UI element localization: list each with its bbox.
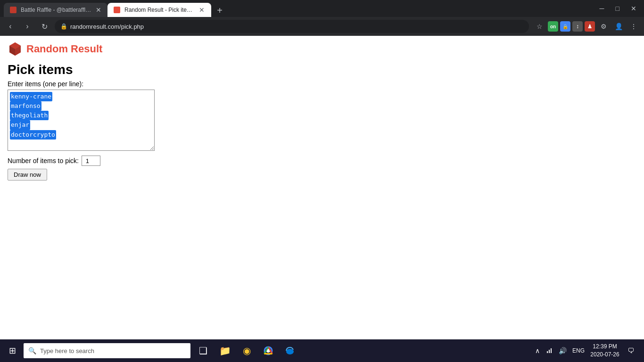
- taskbar-center-icons: ❑ 📁 ◉: [193, 341, 300, 361]
- lock-icon: 🔒: [60, 23, 67, 30]
- browser-window: Battle Raffle - @battleraffle | Pe… ✕ Ra…: [0, 0, 644, 362]
- search-placeholder-text: Type here to search: [40, 347, 94, 354]
- ext-chess-icon[interactable]: ♟: [585, 21, 595, 32]
- tabs-area: Battle Raffle - @battleraffle | Pe… ✕ Ra…: [4, 0, 592, 17]
- tray-date: 2020-07-26: [590, 351, 619, 359]
- page-content: Random Result Pick items Enter items (on…: [0, 36, 644, 339]
- notification-button[interactable]: 🗨: [623, 341, 638, 361]
- back-button[interactable]: ‹: [4, 20, 17, 33]
- tray-time[interactable]: 12:39 PM 2020-07-26: [588, 343, 621, 359]
- ext-arrow-icon[interactable]: ↕: [572, 21, 583, 32]
- ext-grammarly-icon[interactable]: on: [548, 21, 558, 32]
- tab-battleraffle[interactable]: Battle Raffle - @battleraffle | Pe… ✕: [4, 3, 107, 17]
- start-icon: ⊞: [9, 346, 16, 356]
- app1-button[interactable]: ◉: [237, 341, 256, 361]
- number-input[interactable]: [82, 156, 100, 166]
- tray-chevron-icon[interactable]: ∧: [533, 345, 542, 356]
- item-enjar: enjar: [10, 120, 30, 130]
- task-view-button[interactable]: ❑: [193, 341, 213, 361]
- svg-rect-8: [549, 350, 550, 353]
- tab-randomresult[interactable]: Random Result - Pick items ✕: [107, 3, 211, 17]
- menu-icon[interactable]: ⋮: [627, 20, 640, 33]
- item-kenny-crane: kenny-crane: [10, 92, 52, 101]
- tab-favicon-rr: [113, 6, 121, 14]
- toolbar-icons: ☆ on 🔒 ↕ ♟ ⚙ 👤 ⋮: [533, 20, 640, 33]
- window-controls: ─ □ ✕: [596, 3, 640, 14]
- item-thegoliath: thegoliath: [10, 111, 49, 120]
- tray-clock: 12:39 PM: [593, 343, 617, 351]
- items-label: Enter items (one per line):: [8, 80, 636, 88]
- taskbar-tray: ∧ 🔊 ENG 12:39 PM 2020-07-26 🗨: [533, 341, 642, 361]
- textarea-content: kenny-crane marfonso thegoliath enjar do…: [10, 92, 152, 148]
- title-bar: Battle Raffle - @battleraffle | Pe… ✕ Ra…: [0, 0, 644, 17]
- close-button[interactable]: ✕: [627, 3, 640, 14]
- site-logo: Random Result: [8, 41, 636, 57]
- profile-icon[interactable]: 👤: [612, 20, 625, 33]
- tray-volume-icon[interactable]: 🔊: [557, 345, 569, 356]
- tab-close-rr[interactable]: ✕: [198, 6, 206, 14]
- number-of-items-label: Number of items to pick:: [8, 156, 636, 166]
- items-textarea[interactable]: kenny-crane marfonso thegoliath enjar do…: [8, 90, 155, 151]
- draw-now-button[interactable]: Draw now: [8, 169, 47, 181]
- minimize-button[interactable]: ─: [596, 3, 608, 14]
- address-text: randomresult.com/pick.php: [70, 23, 523, 30]
- taskbar-search[interactable]: 🔍 Type here to search: [24, 343, 190, 358]
- svg-rect-9: [551, 348, 552, 353]
- item-doctorcrypto: doctorcrypto: [10, 130, 56, 140]
- file-explorer-button[interactable]: 📁: [215, 341, 235, 361]
- ext-lock2-icon[interactable]: 🔒: [560, 21, 570, 32]
- maximize-button[interactable]: □: [612, 3, 623, 14]
- svg-point-6: [286, 349, 294, 354]
- address-bar: ‹ › ↻ 🔒 randomresult.com/pick.php ☆ on 🔒…: [0, 17, 644, 36]
- tab-close-battle[interactable]: ✕: [96, 6, 102, 14]
- item-marfonso: marfonso: [10, 101, 41, 111]
- ext-puzzle-icon[interactable]: ⚙: [597, 20, 610, 33]
- reload-button[interactable]: ↻: [38, 20, 51, 33]
- tray-lang-text: ENG: [570, 346, 586, 356]
- page-title: Pick items: [8, 62, 636, 77]
- tab-favicon-battle: [9, 6, 17, 14]
- tab-label-rr: Random Result - Pick items: [124, 7, 194, 13]
- forward-button[interactable]: ›: [21, 20, 34, 33]
- logo-text: Random Result: [26, 43, 102, 55]
- address-input[interactable]: 🔒 randomresult.com/pick.php: [55, 20, 529, 33]
- edge-button[interactable]: [280, 341, 300, 361]
- bookmark-icon[interactable]: ☆: [533, 20, 546, 33]
- svg-rect-7: [547, 351, 548, 353]
- new-tab-button[interactable]: +: [213, 4, 226, 17]
- logo-cube-icon: [8, 41, 23, 57]
- tray-network-icon[interactable]: [544, 345, 555, 357]
- start-button[interactable]: ⊞: [2, 340, 23, 361]
- tab-label-battle: Battle Raffle - @battleraffle | Pe…: [21, 7, 92, 13]
- chrome-button[interactable]: [258, 341, 278, 361]
- search-icon: 🔍: [28, 347, 36, 354]
- taskbar: ⊞ 🔍 Type here to search ❑ 📁 ◉: [0, 339, 644, 362]
